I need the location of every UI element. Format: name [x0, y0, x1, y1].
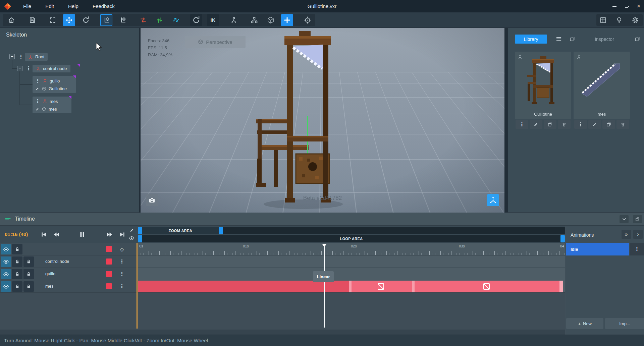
tree-node-root[interactable]: Root: [25, 53, 48, 61]
screenshot-button[interactable]: [146, 194, 158, 206]
pause-button[interactable]: [77, 229, 87, 239]
hierarchy-button[interactable]: [248, 14, 260, 26]
pivot-global-button[interactable]: [117, 14, 129, 26]
timeline-popout-button[interactable]: [633, 215, 642, 223]
guillo-lock-button[interactable]: [12, 269, 22, 279]
timeline-empty-area[interactable]: [0, 293, 565, 330]
animations-next-button[interactable]: ›: [633, 230, 643, 239]
master-color-chip[interactable]: [106, 246, 112, 252]
track-lane-control-node[interactable]: [138, 255, 565, 268]
keyframe-segment[interactable]: [138, 281, 349, 292]
mirror-x-button[interactable]: [137, 14, 149, 26]
guillotine-delete-button[interactable]: [558, 120, 571, 129]
fast-forward-button[interactable]: [104, 229, 114, 239]
tree-node-guillo[interactable]: ⋮ guillo: [35, 77, 60, 84]
new-animation-button[interactable]: +New: [566, 318, 603, 329]
control-node-visibility-button[interactable]: [1, 256, 11, 267]
root-collapse-toggle[interactable]: −: [9, 54, 15, 59]
mes-menu-icon[interactable]: ⋮: [35, 99, 40, 104]
timeline-ruler[interactable]: 0s 01s 02s 03s 04: [138, 243, 565, 255]
control-node-lock2-button[interactable]: [23, 256, 34, 267]
pencil-icon[interactable]: [35, 86, 40, 91]
track-menu-button[interactable]: ⋮: [117, 256, 127, 267]
tree-node-control[interactable]: control node: [33, 65, 70, 72]
timeline-scrollbar[interactable]: [0, 330, 565, 335]
close-button[interactable]: ×: [633, 0, 644, 12]
timeline-collapse-button[interactable]: [620, 215, 629, 223]
animation-item-menu-button[interactable]: ⋮: [630, 243, 644, 255]
save-button[interactable]: [26, 14, 38, 26]
track-color-chip[interactable]: [106, 258, 112, 265]
translate-gizmo-button[interactable]: [281, 14, 293, 26]
reset-rotation-button[interactable]: [80, 14, 92, 26]
keyframe-separator[interactable]: [349, 281, 352, 292]
panel-popout-button[interactable]: [633, 35, 642, 43]
loop-handle-left[interactable]: [138, 235, 142, 242]
mes-duplicate-button[interactable]: [602, 120, 615, 129]
root-menu-icon[interactable]: ⋮: [18, 54, 23, 59]
mirror-y-button[interactable]: [154, 14, 166, 26]
tab-inspector[interactable]: Inspector: [588, 35, 621, 44]
menu-edit[interactable]: Edit: [38, 0, 61, 12]
master-lock-button[interactable]: [12, 244, 22, 254]
loop-area-bar[interactable]: LOOP AREA: [138, 235, 565, 242]
master-keyframe-button[interactable]: ◇: [117, 244, 127, 254]
track-row-control-node[interactable]: control node ⋮: [0, 255, 565, 268]
zoom-handle-right[interactable]: [219, 227, 223, 234]
pencil-icon[interactable]: [129, 228, 135, 233]
playhead-line[interactable]: [324, 247, 325, 328]
mes-visibility-button[interactable]: [1, 281, 11, 292]
rotation-mode-button[interactable]: [190, 14, 202, 26]
track-menu-button[interactable]: ⋮: [117, 269, 127, 279]
master-visibility-button[interactable]: [1, 244, 11, 254]
mes-keyframe-bar[interactable]: [138, 281, 563, 292]
guillo-visibility-button[interactable]: [1, 269, 11, 279]
menu-file[interactable]: File: [16, 0, 38, 12]
library-popout-button[interactable]: [568, 35, 577, 43]
track-lane-guillo[interactable]: [138, 268, 565, 280]
interpolation-marker[interactable]: [483, 283, 490, 290]
rewind-button[interactable]: [51, 229, 61, 239]
guillotine-edit-button[interactable]: [530, 120, 542, 129]
move-tool-button[interactable]: [63, 14, 75, 26]
interpolation-marker[interactable]: [378, 283, 384, 290]
pencil-icon[interactable]: [35, 107, 40, 111]
mes-edit-button[interactable]: [588, 120, 601, 129]
mes-lock-button[interactable]: [12, 281, 22, 292]
library-item-mes[interactable]: mes: [574, 52, 630, 119]
guillo-menu-icon[interactable]: ⋮: [35, 78, 40, 83]
camera-mode-dropdown[interactable]: Perspective: [185, 36, 246, 48]
tree-node-guillotine-mesh[interactable]: Guillotine: [35, 85, 67, 92]
ik-mode-button[interactable]: IK: [207, 14, 219, 26]
bone-tool-button[interactable]: [228, 14, 240, 26]
track-menu-button[interactable]: ⋮: [117, 281, 127, 292]
lighting-button[interactable]: [613, 14, 625, 26]
tree-node-mes-mesh[interactable]: mes: [35, 105, 57, 113]
settings-button[interactable]: [629, 14, 641, 26]
cube-mode-button[interactable]: [265, 14, 277, 26]
keyframe-end-cap[interactable]: [559, 281, 563, 292]
mes-menu-button[interactable]: ⋮: [574, 120, 587, 129]
pivot-local-button[interactable]: [100, 14, 112, 26]
animation-item-idle[interactable]: Idle: [566, 243, 629, 255]
control-node-collapse-toggle[interactable]: −: [17, 66, 22, 71]
skip-start-button[interactable]: [39, 229, 49, 239]
guillo-lock2-button[interactable]: [23, 269, 34, 279]
viewport-3d[interactable]: Faces: 346 FPS: 11,5 RAM: 34,9% Perspect…: [141, 28, 504, 213]
zoom-area-bar[interactable]: ZOOM AREA: [138, 227, 565, 234]
target-button[interactable]: [302, 14, 314, 26]
eye-icon[interactable]: [129, 235, 135, 241]
guillotine-menu-button[interactable]: ⋮: [516, 120, 528, 129]
menu-feedback[interactable]: Feedback: [86, 0, 122, 12]
minimize-button[interactable]: [608, 0, 621, 12]
maximize-button[interactable]: [621, 0, 633, 12]
track-color-chip[interactable]: [106, 271, 112, 277]
axis-gizmo-button[interactable]: [487, 194, 499, 206]
animations-prev-button[interactable]: »: [622, 230, 631, 239]
import-animation-button[interactable]: Imp...: [605, 318, 644, 329]
track-row-guillo[interactable]: guillo ⋮: [0, 268, 565, 280]
mirror-z-button[interactable]: [170, 14, 182, 26]
mes-delete-button[interactable]: [616, 120, 629, 129]
library-list-view-button[interactable]: [554, 35, 563, 43]
home-button[interactable]: [5, 14, 17, 26]
